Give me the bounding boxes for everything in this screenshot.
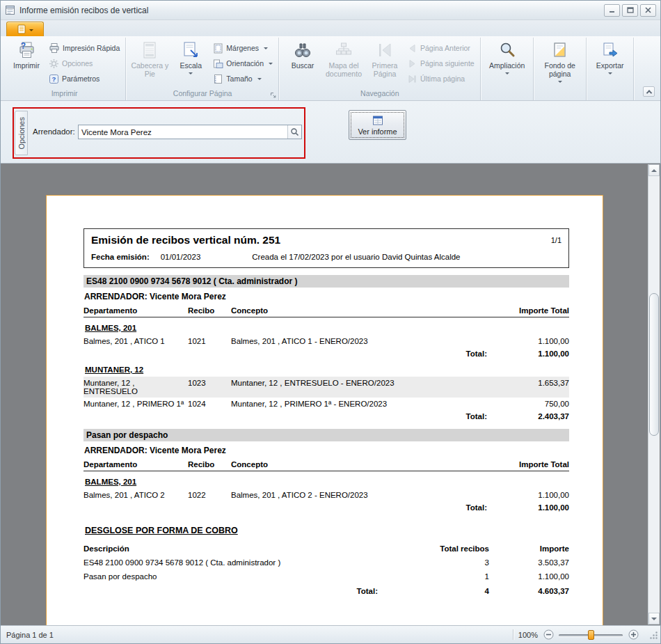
- chevron-down-icon: [608, 72, 612, 74]
- cell-total-recibos: 1: [385, 572, 489, 581]
- imprimir-button[interactable]: ? Imprimir: [6, 38, 47, 89]
- table-row: Balmes, 201 , ATICO 2 1022 Balmes, 201 ,…: [83, 489, 569, 501]
- report-page-number: 1/1: [551, 234, 562, 244]
- options-tab[interactable]: Opciones: [15, 111, 28, 155]
- group-label-navegacion: Navegación: [281, 89, 479, 100]
- ultima-pagina-button[interactable]: Última página: [406, 72, 477, 85]
- zoom-percentage: 100%: [518, 631, 538, 639]
- cell-departamento: Balmes, 201 , ATICO 1: [83, 337, 188, 345]
- total-value: 1.100,00: [491, 350, 569, 358]
- svg-text:?: ?: [21, 41, 26, 51]
- col-recibo: Recibo: [188, 306, 231, 315]
- total-importe-value: 4.603,37: [489, 587, 569, 595]
- ribbon-group-navegacion: Buscar Mapa del documento Primera Página…: [280, 38, 481, 100]
- cell-recibo: 1021: [188, 337, 231, 345]
- cabecera-pie-button[interactable]: Cabecera y Pie: [129, 38, 170, 89]
- table-header: Departamento Recibo Concepto Importe Tot…: [83, 306, 569, 317]
- orientacion-button[interactable]: Orientación: [212, 57, 276, 70]
- scrollbar-thumb[interactable]: [649, 293, 659, 436]
- imprimir-label: Imprimir: [13, 61, 40, 70]
- plus-icon: [628, 629, 639, 640]
- opciones-button[interactable]: Opciones: [47, 57, 122, 70]
- ribbon-group-exportar: Exportar: [587, 38, 634, 100]
- cell-importe: 1.653,37: [491, 379, 569, 387]
- scrollbar-track[interactable]: [648, 176, 660, 613]
- window-controls: [604, 4, 656, 17]
- next-page-icon: [407, 58, 417, 69]
- ver-informe-button[interactable]: Ver informe: [349, 110, 406, 140]
- minimize-button[interactable]: [604, 4, 620, 17]
- pagina-siguiente-button[interactable]: Página siguiente: [406, 57, 477, 70]
- search-icon: [290, 127, 299, 136]
- ribbon-group-imprimir: ? Imprimir Impresión Rápida Opciones ? P…: [3, 38, 126, 100]
- arrendador-input[interactable]: [79, 125, 287, 139]
- col-concepto: Concepto: [231, 460, 491, 469]
- quick-print-icon: [49, 42, 60, 54]
- preview-area: Emisión de recibos vertical núm. 251 1/1…: [1, 164, 660, 625]
- tamano-button[interactable]: Tamaño: [212, 72, 276, 85]
- report-header: Emisión de recibos vertical núm. 251 1/1…: [83, 228, 569, 268]
- desglose-title: DESGLOSE POR FORMA DE COBRO: [85, 526, 569, 535]
- total-value: 2.403,37: [491, 412, 569, 421]
- mapa-documento-button[interactable]: Mapa del documento: [324, 38, 364, 89]
- ribbon-collapse-button[interactable]: [643, 86, 655, 97]
- margenes-button[interactable]: Márgenes: [212, 42, 276, 54]
- zoom-slider-thumb[interactable]: [588, 630, 594, 640]
- report-title: Emisión de recibos vertical núm. 251: [91, 234, 280, 246]
- zoom-in-button[interactable]: [628, 629, 639, 641]
- zoom-icon: [498, 41, 516, 59]
- scroll-down-button[interactable]: [648, 613, 660, 625]
- chevron-down-icon: [29, 29, 33, 31]
- page-background-icon: [551, 41, 569, 59]
- page-size-icon: [213, 74, 223, 84]
- primera-pagina-button[interactable]: Primera Página: [365, 38, 405, 89]
- escala-button[interactable]: Escala: [170, 38, 211, 89]
- fondo-pagina-button[interactable]: Fondo de página: [537, 38, 583, 89]
- arrendador-search-button[interactable]: [287, 125, 301, 139]
- ver-informe-label: Ver informe: [358, 127, 397, 136]
- group-label-configurar-pagina: Configurar Página: [128, 89, 277, 100]
- window-title: Informe emisión recibos de vertical: [19, 6, 604, 15]
- question-icon: ?: [49, 74, 59, 84]
- chevron-up-icon: [646, 90, 651, 95]
- previous-page-icon: [407, 43, 417, 54]
- group-total-row: Total: 1.100,00: [83, 501, 569, 513]
- report-content: Emisión de recibos vertical núm. 251 1/1…: [47, 196, 603, 597]
- dialog-launcher-icon[interactable]: [269, 91, 277, 99]
- desglose-header: Descripción Total recibos Importe: [83, 544, 569, 556]
- chevron-down-icon: [558, 81, 562, 83]
- total-label: Total:: [231, 350, 491, 358]
- col-importe: Importe: [489, 544, 569, 553]
- cell-importe: 750,00: [491, 400, 569, 408]
- parametros-button[interactable]: ? Parámetros: [47, 72, 122, 85]
- zoom-slider[interactable]: [559, 629, 623, 641]
- total-recibos-value: 4: [385, 587, 489, 595]
- ampliacion-button[interactable]: Ampliación: [484, 38, 530, 89]
- close-icon: [645, 7, 651, 13]
- buscar-button[interactable]: Buscar: [282, 38, 323, 89]
- resize-grip[interactable]: [648, 629, 658, 640]
- minus-icon: [543, 629, 554, 640]
- zoom-out-button[interactable]: [543, 629, 554, 641]
- group-label-imprimir: Imprimir: [5, 89, 124, 100]
- table-row: Muntaner, 12 , PRIMERO 1ª 1024 Muntaner,…: [83, 398, 569, 410]
- group-total-row: Total: 2.403,37: [83, 410, 569, 422]
- scroll-up-button[interactable]: [648, 164, 660, 176]
- impresion-rapida-button[interactable]: Impresión Rápida: [47, 42, 122, 54]
- maximize-button[interactable]: [622, 4, 638, 17]
- cell-recibo: 1024: [188, 400, 231, 408]
- cell-recibo: 1022: [188, 491, 231, 499]
- last-page-icon: [407, 74, 417, 84]
- exportar-button[interactable]: Exportar: [590, 38, 630, 89]
- group-name: BALMES, 201: [85, 324, 569, 332]
- cell-departamento: Balmes, 201 , ATICO 2: [83, 491, 188, 499]
- divider: [513, 629, 513, 640]
- col-recibo: Recibo: [188, 460, 231, 469]
- pagina-anterior-button[interactable]: Página Anterior: [406, 42, 477, 54]
- close-button[interactable]: [640, 4, 656, 17]
- chevron-down-icon: [505, 72, 509, 74]
- col-departamento: Departamento: [83, 460, 188, 469]
- vertical-scrollbar[interactable]: [648, 164, 660, 625]
- app-menu-button[interactable]: [6, 22, 44, 36]
- total-label: Total:: [231, 412, 491, 421]
